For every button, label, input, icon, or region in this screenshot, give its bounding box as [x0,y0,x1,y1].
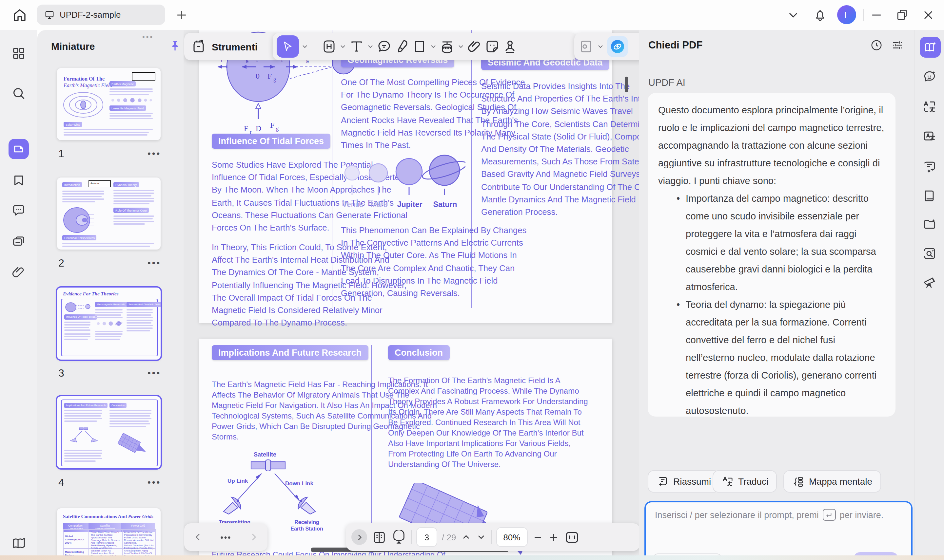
measure-tool-chevron[interactable] [457,43,465,51]
back-icon[interactable] [193,532,203,542]
collapse-toolbar-button[interactable] [352,529,367,545]
thumb3-planets-mini [95,320,124,328]
paragraph: The Formation Of The Earth's Magnetic Fi… [388,375,588,469]
ai-notes-icon[interactable] [922,159,937,174]
search-icon[interactable] [11,86,26,101]
svg-text:D: D [256,124,261,132]
actual-size-icon[interactable] [563,529,580,545]
thumbnails-tool-active[interactable] [9,139,29,159]
ai-search-icon[interactable] [922,246,937,261]
zoom-level-input[interactable]: 80% [496,527,528,547]
thumbnail-page-1[interactable]: Formation Of The Earth's Magnetic Field … [57,68,160,140]
reader-mode-icon[interactable] [11,536,26,551]
ai-sidebar-rail [915,30,944,560]
close-button[interactable] [921,8,935,22]
comment-tool-icon[interactable] [376,38,392,54]
previous-page-icon[interactable] [461,532,471,542]
ai-reader-active-button[interactable] [920,37,941,58]
history-menu[interactable]: ••• [220,532,231,542]
thumbnail-page-3-selected[interactable]: Evidence For The Theories Influence Of T… [57,288,160,360]
ai-summary-intro: Questo documento esplora principalmente … [658,102,885,190]
highlighter-pen-icon[interactable] [394,38,410,54]
zoom-in-icon[interactable] [548,531,559,543]
new-tab-button[interactable] [174,8,189,22]
restore-button[interactable] [895,8,909,22]
planet-label: Mars [367,200,391,208]
page-total-label: / 29 [442,532,456,542]
grid-apps-icon[interactable] [11,46,26,61]
zoom-out-icon[interactable] [532,531,543,543]
summarize-button[interactable]: Riassumi [648,470,719,492]
screenshot-tool-icon[interactable] [578,38,594,54]
pdf-page-3: Fr C Fg Fr Fr A Fg 0 Fg Fr D Fg Influenc… [199,30,612,323]
settings-tune-icon[interactable] [891,38,904,52]
select-tool-active[interactable] [277,35,299,58]
pages-icon[interactable] [11,234,26,249]
left-icon-rail [0,30,37,560]
attach-paperclip-icon[interactable] [467,38,483,54]
redaction-box [132,72,155,80]
tools-menu-button[interactable]: Strumenti [184,33,281,60]
thumbnail-4-menu[interactable]: ••• [148,477,161,487]
select-tool-chevron[interactable] [301,43,309,51]
notifications-bell-icon[interactable] [813,8,827,22]
stamp-tool-icon[interactable] [502,38,518,54]
thumbnail-3-menu[interactable]: ••• [148,368,161,378]
page-number-input[interactable]: 3 [416,527,437,547]
next-page-icon[interactable] [476,532,486,542]
planet-label: Saturn [430,200,460,208]
thumbnail-2-menu[interactable]: ••• [148,257,161,268]
thumb1-chip: Earth's Magnetic [110,81,136,87]
thumbnail-page-5[interactable]: Satellite Communications And Power Grids… [57,508,160,560]
thumbnail-page-4-selected[interactable]: Implications And Future Research Conclus… [57,396,160,468]
forward-icon[interactable] [248,532,259,542]
title-bar: UPDF-2-sample L [0,0,944,30]
ai-translate-icon[interactable] [922,100,937,114]
bookmark-icon[interactable] [11,173,26,188]
comments-icon[interactable] [11,203,26,218]
ai-chat-icon[interactable] [922,69,937,84]
vertical-scrollbar[interactable] [625,77,628,92]
ai-folder-icon[interactable] [922,217,937,232]
text-tool-chevron[interactable] [366,43,374,51]
presentation-mode-icon[interactable] [391,529,406,545]
translate-button[interactable]: Traduci [713,470,777,492]
shape-rectangle-icon[interactable] [412,38,427,54]
svg-text:g: g [273,77,276,83]
telescope-icon[interactable] [922,275,937,289]
satellite-station-label: ReceivingEarth Station [285,519,329,532]
minimize-button[interactable] [869,8,884,22]
thumb2-core-diagram [62,206,96,234]
booklet-icon[interactable] [922,189,937,203]
attachment-paperclip-icon[interactable] [11,265,26,280]
shape-tool-chevron[interactable] [429,43,437,51]
history-clock-icon[interactable] [870,38,883,52]
svg-text:F: F [270,121,275,129]
avatar[interactable]: L [837,5,856,24]
pin-icon[interactable] [168,39,182,52]
thumbnails-panel: ••• Miniature Formation Of The Earth's M… [37,30,184,560]
screenshot-chevron[interactable] [597,43,605,51]
heading-tool-icon[interactable] [321,38,337,54]
svg-text:F: F [267,72,272,80]
updf-ai-button-active[interactable] [607,36,628,57]
enter-key-icon [823,509,836,521]
ai-tools-group [574,33,639,60]
translate-page-icon[interactable] [922,130,937,144]
heading-tool-chevron[interactable] [339,43,347,51]
document-tab[interactable]: UPDF-2-sample [37,5,165,25]
two-page-view-icon[interactable] [372,529,387,545]
thumb1-planets [110,97,154,103]
text-tool-icon[interactable] [349,38,364,54]
pdf-viewer[interactable]: Fr C Fg Fr Fr A Fg 0 Fg Fr D Fg Influenc… [184,30,639,560]
thumbnail-1-menu[interactable]: ••• [148,148,161,158]
planet-label: Jupiter [396,200,424,208]
measure-ruler-icon[interactable] [439,38,455,54]
home-button[interactable] [12,7,28,23]
ai-prompt-input[interactable]: Inserisci / per selezionare il prompt, p… [645,501,913,560]
thumbnail-page-2[interactable]: Introduction Antonni Dynamo Theory Role … [57,177,160,249]
mindmap-button[interactable]: Mappa mentale [784,470,881,492]
sticker-tool-icon[interactable] [484,38,500,54]
chevron-down-icon[interactable] [786,8,801,22]
panel-drag-handle[interactable]: ••• [142,33,159,36]
